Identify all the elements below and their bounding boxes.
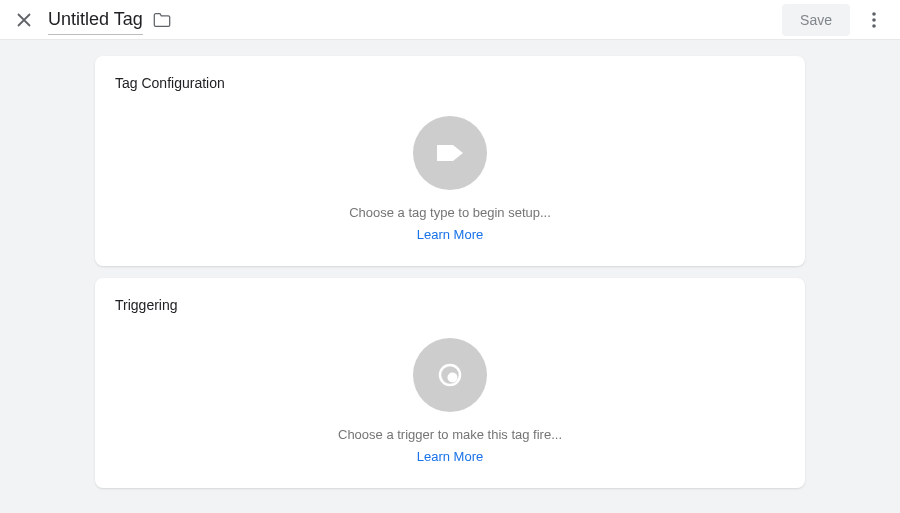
svg-point-0 <box>872 12 876 16</box>
triggering-panel[interactable]: Triggering Choose a trigger to make this… <box>95 278 805 488</box>
panel-description: Choose a trigger to make this tag fire..… <box>338 426 562 444</box>
more-icon <box>872 12 876 28</box>
svg-point-2 <box>872 24 876 28</box>
tag-shape-icon <box>436 142 464 164</box>
tag-configuration-panel[interactable]: Tag Configuration Choose a tag type to b… <box>95 56 805 266</box>
save-button[interactable]: Save <box>782 4 850 36</box>
trigger-placeholder-icon <box>413 338 487 412</box>
header: Untitled Tag Save <box>0 0 900 40</box>
svg-point-1 <box>872 18 876 22</box>
learn-more-link[interactable]: Learn More <box>417 226 483 244</box>
close-button[interactable] <box>12 8 36 32</box>
svg-point-4 <box>448 372 458 382</box>
panel-title: Tag Configuration <box>115 74 785 94</box>
learn-more-link[interactable]: Learn More <box>417 448 483 466</box>
panel-description: Choose a tag type to begin setup... <box>349 204 551 222</box>
content-area: Tag Configuration Choose a tag type to b… <box>0 40 900 513</box>
more-menu-button[interactable] <box>858 4 890 36</box>
panel-title: Triggering <box>115 296 785 316</box>
close-icon <box>17 13 31 27</box>
tag-placeholder-icon <box>413 116 487 190</box>
trigger-shape-icon <box>437 362 463 388</box>
folder-icon[interactable] <box>153 13 171 27</box>
tag-title[interactable]: Untitled Tag <box>48 5 143 35</box>
